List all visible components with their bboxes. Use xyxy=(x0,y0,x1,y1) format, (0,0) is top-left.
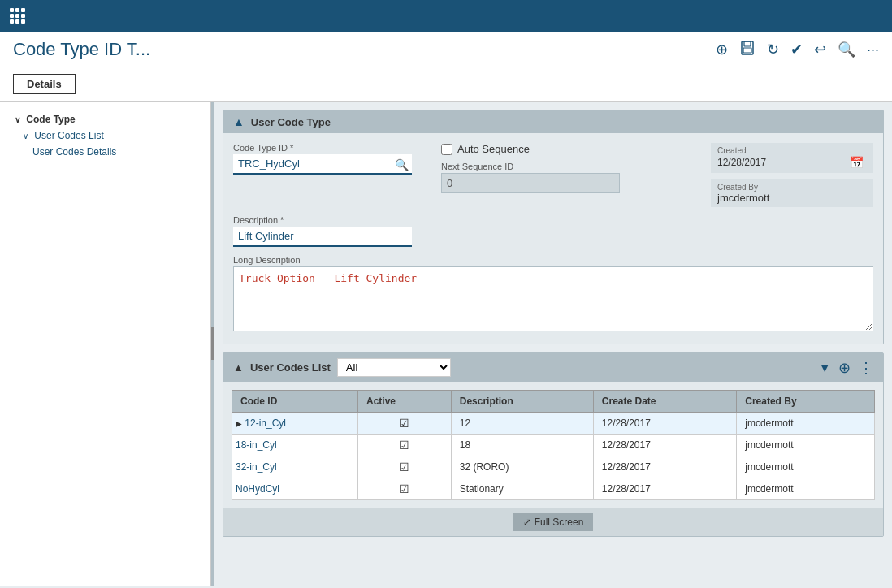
auto-sequence-row: Auto Sequence xyxy=(441,143,620,155)
code-type-id-input[interactable] xyxy=(233,154,412,175)
row-arrow-cell: ▶ 12-in_Cyl xyxy=(232,413,358,435)
description-label: Description * xyxy=(233,215,412,225)
sidebar-item-user-codes-list[interactable]: ∨ User Codes List xyxy=(10,128,201,144)
row-arrow-cell: NoHydCyl xyxy=(232,478,358,500)
lookup-icon[interactable]: 🔍 xyxy=(395,158,409,171)
panel-more-icon[interactable]: ⋮ xyxy=(859,359,873,377)
details-tab[interactable]: Details xyxy=(13,74,76,94)
user-codes-list-panel: ▲ User Codes List All Active Inactive ▼ … xyxy=(223,352,884,537)
created-input xyxy=(717,155,864,170)
auto-sequence-checkbox[interactable] xyxy=(441,144,452,155)
table-row[interactable]: 18-in_Cyl☑1812/28/2017jmcdermott xyxy=(232,435,875,456)
caret-icon-2: ∨ xyxy=(23,132,28,141)
created-by-cell: jmcdermott xyxy=(737,478,875,500)
row-arrow-icon: ▶ xyxy=(236,419,242,428)
row-arrow-cell: 32-in_Cyl xyxy=(232,456,358,478)
code-id-link[interactable]: 18-in_Cyl xyxy=(236,439,277,451)
add-icon[interactable]: ⊕ xyxy=(716,41,728,58)
auto-sequence-label: Auto Sequence xyxy=(457,143,530,155)
code-type-id-label: Code Type ID * xyxy=(233,143,412,153)
long-desc-textarea[interactable]: Truck Option - Lift Cylinder xyxy=(233,266,873,331)
description-cell: 18 xyxy=(451,435,593,456)
description-cell: 32 (RORO) xyxy=(451,456,593,478)
panel-2-header: ▲ User Codes List All Active Inactive ▼ … xyxy=(223,353,883,382)
sidebar: ∨ Code Type ∨ User Codes List User Codes… xyxy=(0,102,211,586)
add-row-icon[interactable]: ⊕ xyxy=(838,359,851,377)
form-row-1: Code Type ID * 🔍 Auto Sequence xyxy=(233,143,873,207)
panel-1-body: Code Type ID * 🔍 Auto Sequence xyxy=(223,133,883,344)
next-seq-id-label: Next Sequence ID xyxy=(441,162,620,171)
resize-handle[interactable] xyxy=(211,102,214,586)
col-header-description: Description xyxy=(451,391,593,413)
col-header-created-by: Created By xyxy=(737,391,875,413)
form-row-2: Description * xyxy=(233,215,873,247)
create-date-cell: 12/28/2017 xyxy=(593,413,736,435)
search-icon[interactable]: 🔍 xyxy=(838,41,855,58)
fullscreen-label: Full Screen xyxy=(535,517,584,528)
table-row[interactable]: 32-in_Cyl☑32 (RORO)12/28/2017jmcdermott xyxy=(232,456,875,478)
collapse-panel-1-btn[interactable]: ▲ xyxy=(233,115,245,128)
next-seq-id-value: 0 xyxy=(441,173,620,193)
code-type-id-group: Code Type ID * 🔍 xyxy=(233,143,412,175)
active-check-icon: ☑ xyxy=(399,460,409,473)
svg-rect-1 xyxy=(744,41,751,46)
active-check-icon: ☑ xyxy=(399,439,409,452)
more-icon[interactable]: ··· xyxy=(867,41,879,58)
content-area: ▲ User Code Type Code Type ID * 🔍 xyxy=(214,102,892,586)
col-header-active: Active xyxy=(358,391,452,413)
fullscreen-icon: ⤢ xyxy=(523,517,531,528)
create-date-cell: 12/28/2017 xyxy=(593,456,736,478)
undo-icon[interactable]: ↩ xyxy=(814,41,826,58)
created-label: Created xyxy=(717,146,867,155)
tab-bar: Details xyxy=(0,67,892,102)
fullscreen-button[interactable]: ⤢ Full Screen xyxy=(513,513,594,531)
active-cell: ☑ xyxy=(358,435,452,456)
active-check-icon: ☑ xyxy=(399,417,409,430)
refresh-icon[interactable]: ↻ xyxy=(767,41,779,58)
code-id-link[interactable]: NoHydCyl xyxy=(236,483,279,495)
app-grid-icon[interactable] xyxy=(10,8,26,24)
panel-1-header: ▲ User Code Type xyxy=(223,110,883,133)
table-row[interactable]: ▶ 12-in_Cyl☑1212/28/2017jmcdermott xyxy=(232,413,875,435)
created-group: Created 📅 Created By jmcdermott xyxy=(711,143,873,207)
user-code-type-panel: ▲ User Code Type Code Type ID * 🔍 xyxy=(223,110,884,344)
main-layout: ∨ Code Type ∨ User Codes List User Codes… xyxy=(0,102,892,586)
top-bar xyxy=(0,0,892,32)
page-title: Code Type ID T... xyxy=(13,39,150,60)
long-desc-area: Long Description Truck Option - Lift Cyl… xyxy=(233,255,873,334)
description-cell: Stationary xyxy=(451,478,593,500)
filter-select[interactable]: All Active Inactive xyxy=(337,358,451,377)
save-icon[interactable] xyxy=(739,40,756,60)
checkmark-icon[interactable]: ✔ xyxy=(790,41,803,58)
long-desc-label: Long Description xyxy=(233,255,873,265)
description-group: Description * xyxy=(233,215,412,247)
created-by-cell: jmcdermott xyxy=(737,435,875,456)
created-by-label: Created By xyxy=(717,183,867,192)
panel-2-actions: ▼ ⊕ ⋮ xyxy=(819,359,873,377)
row-arrow-cell: 18-in_Cyl xyxy=(232,435,358,456)
panel-2-body: Code ID Active Description Create Date C… xyxy=(223,382,883,508)
panel-1-title: User Code Type xyxy=(251,116,331,128)
caret-icon: ∨ xyxy=(15,115,20,124)
auto-sequence-group: Auto Sequence Next Sequence ID 0 xyxy=(441,143,620,193)
filter-icon[interactable]: ▼ xyxy=(819,361,830,374)
sidebar-item-code-type[interactable]: ∨ Code Type xyxy=(10,111,201,128)
active-cell: ☑ xyxy=(358,478,452,500)
code-id-link[interactable]: 32-in_Cyl xyxy=(236,461,277,473)
active-cell: ☑ xyxy=(358,413,452,435)
calendar-icon[interactable]: 📅 xyxy=(850,156,864,169)
table-row[interactable]: NoHydCyl☑Stationary12/28/2017jmcdermott xyxy=(232,478,875,500)
created-by-value: jmcdermott xyxy=(717,192,867,204)
collapse-panel-2-btn[interactable]: ▲ xyxy=(233,361,244,374)
created-by-cell: jmcdermott xyxy=(737,456,875,478)
active-cell: ☑ xyxy=(358,456,452,478)
sidebar-item-user-codes-details[interactable]: User Codes Details xyxy=(10,144,201,160)
code-id-link[interactable]: 12-in_Cyl xyxy=(245,417,286,429)
created-by-cell: jmcdermott xyxy=(737,413,875,435)
svg-rect-2 xyxy=(743,48,751,53)
col-header-code-id: Code ID xyxy=(232,391,358,413)
description-cell: 12 xyxy=(451,413,593,435)
description-input[interactable] xyxy=(233,227,412,247)
panel-2-title: User Codes List xyxy=(250,361,331,374)
create-date-cell: 12/28/2017 xyxy=(593,478,736,500)
